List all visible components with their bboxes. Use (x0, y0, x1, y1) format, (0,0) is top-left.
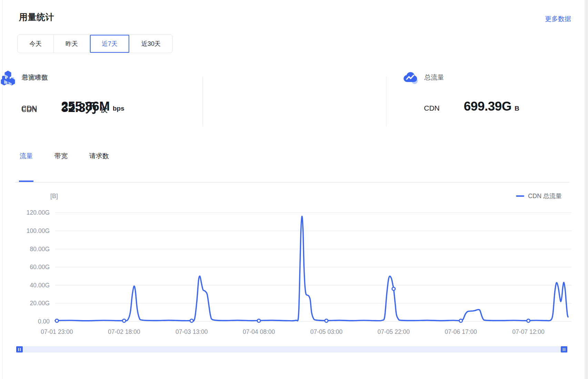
page-title: 用量统计 (19, 11, 54, 23)
legend-label: CDN 总流量 (528, 192, 562, 200)
stat-unit: bps (113, 105, 124, 112)
y-axis-unit-label: [B] (50, 193, 58, 200)
x-axis-label: 07-05 22:00 (377, 328, 410, 335)
x-axis-label: 07-06 17:00 (445, 328, 477, 335)
x-axis-label: 07-03 13:00 (175, 328, 208, 335)
range-tab-0[interactable]: 今天 (18, 35, 54, 53)
stat-unit: B (515, 105, 519, 112)
y-axis-label: 100.00G (27, 227, 50, 234)
x-axis-label: 07-02 18:00 (108, 328, 140, 335)
stat-value-row: CDN 32.3万 次 (0, 99, 108, 116)
cloud-traffic-icon (403, 70, 418, 85)
stat-product: CDN (424, 104, 440, 112)
slider-right-handle pause-icon[interactable] (561, 346, 567, 352)
data-point-marker (392, 287, 395, 290)
slider-left-handle pause-icon[interactable] (16, 346, 23, 352)
y-axis-label: 40.00G (30, 282, 50, 289)
stat-divider (386, 76, 386, 126)
pause-bar (563, 348, 564, 351)
page-scrollbar-track[interactable] (585, 0, 588, 379)
series-line-cdn-total-traffic (55, 216, 568, 321)
y-axis-label: 120.00G (27, 209, 50, 216)
stat-label: 总请求数 (22, 73, 48, 82)
date-range-tab-group: 今天昨天近7天近30天 (17, 34, 173, 53)
data-point-marker (325, 319, 328, 322)
data-point-marker (257, 319, 260, 322)
pause-bar (20, 348, 21, 351)
stat-unit: 次 (101, 105, 108, 114)
stat-value: 32.3万 (61, 99, 98, 116)
data-point-marker (527, 319, 530, 322)
more-data-link[interactable]: 更多数据 (545, 14, 571, 23)
chart-metric-tab-group: 流量带宽请求数 (19, 152, 130, 182)
legend-line-swatch (516, 195, 524, 197)
data-point-marker (190, 319, 193, 322)
y-axis-label: 20.00G (30, 300, 50, 307)
legend-item[interactable]: CDN 总流量 (516, 192, 562, 200)
y-axis-label: 0.00 (38, 318, 50, 325)
traffic-line-chart: 120.00G100.00G80.00G60.00G40.00G20.00G0.… (0, 0, 588, 379)
stat-value: 699.39G (464, 99, 511, 114)
range-tab-2[interactable]: 近7天 (90, 35, 130, 53)
range-tab-3[interactable]: 近30天 (130, 35, 172, 53)
card-left-border (2, 0, 3, 379)
stat-card-header: 总请求数 (0, 70, 108, 85)
metric-tab-0[interactable]: 流量 (19, 152, 33, 182)
y-axis-label: 80.00G (30, 246, 50, 253)
data-point-marker (55, 319, 58, 322)
stat-value-row: CDN 699.39G B (403, 99, 519, 114)
chart-legend[interactable]: CDN 总流量 (516, 192, 562, 200)
metric-tab-2[interactable]: 请求数 (89, 152, 110, 182)
stat-card-header: 总流量 (403, 70, 519, 85)
x-axis-label: 07-04 08:00 (243, 328, 275, 335)
stat-divider (203, 76, 203, 126)
y-axis-label: 60.00G (30, 264, 50, 270)
stat-product: CDN (21, 105, 37, 114)
stat-card-0: 总流量 CDN 699.39G B (403, 70, 519, 114)
pause-bar (18, 348, 19, 351)
x-axis-label: 07-01 23:00 (41, 328, 73, 335)
card-right-border (585, 0, 585, 379)
chart-datazoom-slider[interactable] (16, 346, 567, 352)
stat-label: 总流量 (424, 73, 444, 82)
stat-card-2: 总请求数 CDN 32.3万 次 (0, 70, 108, 116)
data-point-marker (122, 319, 125, 322)
x-axis-label: 07-07 12:00 (512, 328, 545, 335)
tabs-divider-line (15, 182, 569, 183)
data-point-marker (459, 319, 462, 322)
metric-tab-1[interactable]: 带宽 (54, 152, 68, 182)
pause-bar (565, 348, 565, 351)
x-axis-label: 07-05 03:00 (310, 328, 343, 335)
range-tab-1[interactable]: 昨天 (54, 35, 90, 53)
requests-cubes-icon (0, 70, 16, 85)
